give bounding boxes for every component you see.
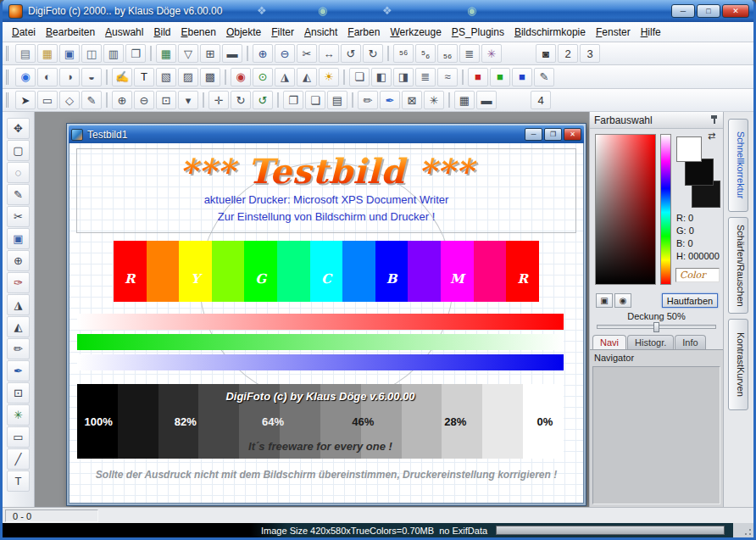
toolbar-icon-crop-image[interactable]: ✂ (297, 44, 317, 63)
color-name-field[interactable]: Color (675, 268, 720, 282)
side-tab-schnellkorrektur[interactable]: Schnellkorrektur (728, 119, 748, 212)
menu-item-bild[interactable]: Bild (148, 24, 175, 41)
tool-save-selection-tool[interactable]: ▣ (7, 228, 30, 249)
tool-hand-tool[interactable]: ✥ (7, 118, 30, 139)
toolbar-icon-window-layout-2[interactable]: 2 (558, 44, 578, 63)
toolbar-icon-scan-twain[interactable]: ◫ (81, 44, 102, 63)
foreground-color-swatch[interactable] (676, 136, 702, 162)
toolbar-icon-rect-shape[interactable]: ▭ (37, 91, 58, 109)
toolbar-icon-copy-page[interactable]: ❐ (125, 44, 146, 63)
toolbar-icon-stamp-clone[interactable]: ⊠ (402, 91, 422, 109)
toolbar-grip[interactable] (6, 92, 10, 108)
toolbar-icon-show-grid[interactable]: ▦ (454, 91, 475, 109)
toolbar-icon-rotate-right[interactable]: ↻ (363, 44, 383, 63)
toolbar-icon-sharpen[interactable]: ◮ (275, 68, 295, 86)
menu-item-bearbeiten[interactable]: Bearbeiten (41, 24, 100, 41)
toolbar-icon-mask-left[interactable]: ◧ (371, 68, 392, 86)
toolbar-icon-image-table[interactable]: ⊞ (200, 44, 220, 63)
screen-pick-button[interactable]: ▣ (596, 293, 613, 308)
navigator-view[interactable] (592, 366, 720, 504)
minimize-button[interactable]: ─ (671, 4, 695, 18)
title-bar[interactable]: DigiFoto (c) 2000.. by Klaus Döge v6.00.… (3, 0, 753, 22)
menu-item-hilfe[interactable]: Hilfe (636, 24, 666, 41)
toolbar-icon-refresh-view[interactable]: ↺ (253, 91, 273, 109)
toolbar-icon-filter-list[interactable]: ▽ (178, 44, 198, 63)
toolbar-icon-move-tool[interactable]: ✛ (208, 91, 229, 109)
tool-line-tool[interactable]: ╱ (7, 448, 30, 470)
toolbar-icon-zoom-fit[interactable]: ⊡ (156, 91, 176, 109)
toolbar-icon-draw-pen[interactable]: ✎ (81, 91, 102, 109)
toolbar-icon-ellipse-shape[interactable]: ◇ (59, 91, 80, 109)
toolbar-icon-pattern-fill[interactable]: ▨ (178, 68, 198, 86)
toolbar-icon-resize-image[interactable]: ↔ (319, 44, 339, 63)
toolbar-icon-new-image[interactable]: ▤ (15, 44, 36, 63)
menu-item-objekte[interactable]: Objekte (221, 24, 266, 41)
swap-colors-icon[interactable]: ⇄ (708, 131, 715, 142)
menu-item-bildschirmkopie[interactable]: Bildschirmkopie (509, 24, 591, 41)
tool-text-tool[interactable]: T (7, 470, 30, 492)
tool-zoom-tool[interactable]: ⊕ (7, 250, 30, 271)
toolbar-icon-browse-thumbnails[interactable]: ▦ (156, 44, 176, 63)
toolbar-icon-blue-channel[interactable]: ■ (512, 68, 532, 86)
dock-tab-info[interactable]: Info (675, 335, 705, 349)
toolbar-icon-mask-right[interactable]: ◨ (393, 68, 414, 86)
toolbar-icon-red-eye[interactable]: ◉ (231, 68, 251, 86)
toolbar-icon-rotate-left[interactable]: ↺ (341, 44, 361, 63)
tool-lasso-tool[interactable]: ◌ (7, 162, 30, 183)
toolbar-icon-color-balance[interactable]: ◉ (15, 68, 36, 86)
toolbar-icon-gradient-fill[interactable]: ▧ (156, 68, 176, 86)
toolbar-icon-camera-capture[interactable]: ◙ (536, 44, 556, 63)
image-minimize-button[interactable]: ─ (525, 128, 542, 141)
toolbar-icon-green-channel[interactable]: ■ (490, 68, 510, 86)
saturation-value-square[interactable] (595, 134, 656, 285)
toolbar-icon-zoom-in[interactable]: ⊕ (253, 44, 273, 63)
toolbar-icon-histogram[interactable]: ≣ (415, 68, 436, 86)
toolbar-icon-spray[interactable]: ✳ (424, 91, 444, 109)
opacity-slider-thumb[interactable] (653, 322, 659, 332)
toolbar-icon-layers[interactable]: ❏ (349, 68, 370, 86)
toolbar-icon-print[interactable]: ▥ (103, 44, 124, 63)
dock-tab-histogramm[interactable]: Histogr. (627, 335, 674, 349)
menu-item-werkzeuge[interactable]: Werkzeuge (385, 24, 446, 41)
opacity-slider[interactable] (597, 325, 716, 329)
toolbar-icon-invert[interactable]: ◒ (81, 68, 102, 86)
image-maximize-button[interactable]: ❐ (544, 128, 562, 141)
maximize-button[interactable]: □ (697, 4, 720, 18)
tool-rect-select-tool[interactable]: ▢ (7, 140, 30, 161)
tool-pen-tool[interactable]: ✎ (7, 184, 30, 205)
toolbar-icon-text-check-abc[interactable]: ✍ (112, 68, 132, 86)
toolbar-icon-zoom-minus[interactable]: ⊖ (134, 91, 154, 109)
tool-brush-tool[interactable]: ✑ (7, 272, 30, 293)
tool-pencil-tool[interactable]: ✏ (7, 338, 30, 359)
tool-crop-tool[interactable]: ✂ (7, 206, 30, 227)
toolbar-icon-ruler[interactable]: ▬ (476, 91, 497, 109)
menu-item-auswahl[interactable]: Auswahl (100, 24, 148, 41)
image-window[interactable]: Testbild1 ─ ❐ ✕ *** Testbild *** aktuell… (66, 123, 586, 506)
tool-smudge-tool[interactable]: ◭ (7, 316, 30, 337)
side-tab-kontrastkurven[interactable]: KontrastKurven (728, 319, 748, 410)
close-button[interactable]: ✕ (722, 4, 749, 18)
toolbar-icon-exposure-plus[interactable]: ⁵⁶ (393, 44, 414, 63)
resize-grip-icon[interactable] (733, 523, 753, 537)
toolbar-icon-curves[interactable]: ≈ (437, 68, 458, 86)
toolbar-icon-zoom-out[interactable]: ⊖ (275, 44, 295, 63)
toolbar-icon-red-channel[interactable]: ■ (468, 68, 488, 86)
toolbar-icon-abc-edit[interactable]: ✎ (534, 68, 554, 86)
menu-item-fenster[interactable]: Fenster (591, 24, 636, 41)
toolbar-icon-sunlight[interactable]: ☀ (319, 68, 339, 86)
toolbar-icon-insert-text[interactable]: T (134, 68, 154, 86)
toolbar-icon-copy-selection[interactable]: ❐ (283, 91, 303, 109)
dock-tab-navi[interactable]: Navi (592, 335, 626, 349)
menu-item-ebenen[interactable]: Ebenen (176, 24, 221, 41)
toolbar-grip[interactable] (6, 46, 10, 61)
toolbar-icon-save-file[interactable]: ▣ (59, 44, 80, 63)
toolbar-icon-soften[interactable]: ◭ (297, 68, 317, 86)
toolbar-icon-color-picker[interactable]: ✒ (380, 91, 400, 109)
toolbar-icon-zoom-plus[interactable]: ⊕ (112, 91, 132, 109)
toolbar-icon-brightness-contrast[interactable]: ◐ (37, 68, 58, 86)
toolbar-icon-gamma[interactable]: ◑ (59, 68, 80, 86)
toolbar-icon-slideshow[interactable]: ▬ (222, 44, 242, 63)
hue-strip[interactable] (660, 134, 671, 285)
toolbar-icon-pencil[interactable]: ✏ (358, 91, 378, 109)
tool-eyedropper-tool[interactable]: ✒ (7, 360, 30, 381)
